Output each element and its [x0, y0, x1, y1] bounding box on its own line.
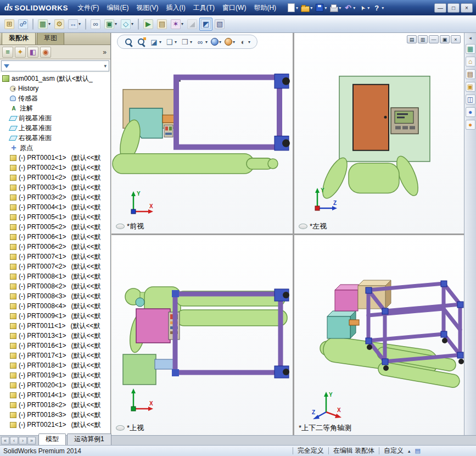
simulation-button[interactable]: ▧ ▾	[213, 18, 226, 31]
tree-item[interactable]: 右视基准面	[0, 133, 110, 143]
tree-item[interactable]: 上视基准面	[0, 123, 110, 133]
help-icon[interactable]: ▾	[371, 2, 385, 14]
doc-close-button[interactable]: ×	[451, 35, 461, 43]
tree-item[interactable]: (-) PRT0008<1> (默认<<默	[0, 271, 110, 281]
tree-item[interactable]: (-) PRT0009<1> (默认<<默	[0, 311, 110, 321]
tab-nav-button[interactable]: «	[1, 437, 9, 444]
select-icon[interactable]: ▾	[357, 2, 371, 14]
menu-item[interactable]: 编辑(E)	[103, 1, 132, 15]
smart-fasteners-button[interactable]: ⚙ ▾	[53, 18, 66, 31]
appearances-icon[interactable]: ●	[466, 107, 475, 117]
display-pane-icon[interactable]: ▦	[466, 44, 475, 54]
tree-item[interactable]: (-) PRT0005<2> (默认<<默	[0, 222, 110, 232]
viewport-top[interactable]: X *上视	[111, 235, 293, 435]
menu-item[interactable]: 插入(I)	[162, 1, 189, 15]
tree-item[interactable]: (-) PRT0007<1> (默认<<默	[0, 252, 110, 262]
exploded-view-button[interactable]: ✶ ▾	[169, 18, 185, 31]
window-minimize-button[interactable]: —	[434, 3, 446, 13]
open-icon[interactable]: ▾	[300, 2, 313, 14]
edit-appearance-button[interactable]: ▾	[210, 37, 222, 47]
insert-component-button[interactable]: ⊞ ▾	[3, 18, 16, 31]
customize-expand-icon[interactable]: ▴	[408, 448, 411, 454]
menu-item[interactable]: 视图(V)	[132, 1, 162, 15]
configurationmanager-tab-icon[interactable]: ◧	[27, 47, 38, 58]
view-orientation-button[interactable]: ❑ ▾	[164, 36, 178, 48]
panel-expand-chevron[interactable]: »	[101, 48, 108, 56]
featuremanager-tab-icon[interactable]: ≡	[2, 47, 13, 58]
tab-assembly[interactable]: 装配体	[2, 33, 36, 45]
doc-minimize-button[interactable]: —	[429, 35, 439, 43]
solidworks-resources-icon[interactable]: ⌂	[466, 57, 475, 66]
tree-item[interactable]: (-) PRT0004<1> (默认<<默	[0, 202, 110, 212]
zoom-to-area-button[interactable]: ▾	[136, 36, 147, 48]
menu-item[interactable]: 工具(T)	[189, 1, 219, 15]
tree-item[interactable]: (-) PRT0019<1> (默认<<默	[0, 370, 110, 380]
doc-restore-button[interactable]: ▣	[440, 35, 450, 43]
viewport-front[interactable]: Y X *前视	[111, 33, 293, 233]
tree-root-assembly[interactable]: asm0001_asm (默认<默认_	[0, 74, 110, 84]
save-icon[interactable]: ▾	[314, 2, 328, 14]
menu-item[interactable]: 窗口(W)	[219, 1, 250, 15]
status-customize[interactable]: 自定义	[384, 446, 404, 455]
task-pane-collapse-icon[interactable]	[466, 35, 475, 41]
tree-item[interactable]: (-) PRT0005<1> (默认<<默	[0, 212, 110, 222]
doc-cascade-button[interactable]: ▤	[407, 35, 417, 43]
move-component-button[interactable]: ↔ ▾	[66, 18, 82, 31]
view-palette-icon[interactable]: ◫	[466, 94, 475, 104]
tree-item[interactable]: (-) PRT0003<2> (默认<<默	[0, 192, 110, 202]
tree-item[interactable]: (-) PRT0018<3> (默认<<默	[0, 410, 110, 420]
tree-item[interactable]: (-) PRT0003<1> (默认<<默	[0, 182, 110, 192]
filter-input[interactable]	[12, 62, 102, 70]
viewport-isometric[interactable]: Y X Z *上下二等角轴测	[294, 235, 464, 435]
tab-sketch[interactable]: 草图	[37, 33, 64, 45]
tree-item[interactable]: (-) PRT0021<1> (默认<<默	[0, 420, 110, 430]
tree-item[interactable]: (-) PRT0018<1> (默认<<默	[0, 360, 110, 370]
zoom-to-fit-button[interactable]: ▾	[123, 36, 135, 48]
tree-item[interactable]: 注解	[0, 103, 110, 113]
tree-item[interactable]: 原点	[0, 143, 110, 153]
window-close-button[interactable]: ×	[461, 3, 473, 13]
tree-item[interactable]: (-) PRT0014<1> (默认<<默	[0, 390, 110, 400]
displaymanager-tab-icon[interactable]: ◉	[40, 47, 51, 58]
tree-item[interactable]: (-) PRT0008<3> (默认<<默	[0, 291, 110, 301]
tree-item[interactable]: (-) PRT0008<4> (默认<<默	[0, 301, 110, 311]
tree-item[interactable]: (-) PRT0006<1> (默认<<默	[0, 232, 110, 242]
tree-item[interactable]: 传感器	[0, 93, 110, 103]
mate-button[interactable]: ☍ ▾	[16, 18, 30, 31]
viewport-splitter-horizontal[interactable]	[111, 233, 464, 235]
tree-item[interactable]: (-) PRT0002<1> (默认<<默	[0, 163, 110, 173]
tab-nav-button[interactable]: ‹	[10, 437, 18, 444]
tree-item[interactable]: (-) PRT0001<1> (默认<<默	[0, 153, 110, 163]
new-motion-study-button[interactable]: ▶ ▾	[142, 18, 155, 31]
tree-item[interactable]: (-) PRT0011<1> (默认<<默	[0, 321, 110, 331]
tree-item[interactable]: (-) PRT0018<2> (默认<<默	[0, 400, 110, 410]
tab-model[interactable]: 模型	[38, 433, 66, 445]
tree-item[interactable]: History	[0, 84, 110, 93]
linear-component-pattern-button[interactable]: ▦ ▾	[36, 18, 52, 31]
menu-item[interactable]: 帮助(H)	[250, 1, 280, 15]
viewport-left[interactable]: Y Z *左视	[294, 33, 464, 233]
tab-nav-button[interactable]: »	[27, 437, 36, 444]
assembly-features-button[interactable]: ▣ ▾	[103, 18, 119, 31]
tree-item[interactable]: (-) PRT0017<1> (默认<<默	[0, 351, 110, 360]
tree-item[interactable]: (-) PRT0013<1> (默认<<默	[0, 331, 110, 341]
section-view-button[interactable]: ◪ ▾	[148, 36, 163, 48]
tree-item[interactable]: (-) PRT0008<2> (默认<<默	[0, 281, 110, 291]
hide-show-items-button[interactable]: ∞ ▾	[194, 36, 209, 48]
tree-item[interactable]: 前视基准面	[0, 113, 110, 123]
show-hidden-components-button[interactable]: ∞ ▾	[89, 18, 102, 31]
undo-icon[interactable]: ▾	[343, 2, 356, 14]
interference-detection-button[interactable]: ◩ ▾	[199, 18, 212, 31]
design-library-icon[interactable]: ▤	[466, 69, 475, 79]
tree-item[interactable]: (-) PRT0020<1> (默认<<默	[0, 380, 110, 390]
tab-nav-button[interactable]: ›	[19, 437, 27, 444]
propertymanager-tab-icon[interactable]: ✦	[15, 47, 26, 58]
reference-geometry-button[interactable]: ◇ ▾	[119, 18, 135, 31]
tree-item[interactable]: (-) PRT0006<2> (默认<<默	[0, 242, 110, 252]
tree-item[interactable]: (-) PRT0007<2> (默认<<默	[0, 262, 110, 271]
view-settings-button[interactable]: ◐ ▾	[237, 36, 251, 48]
print-icon[interactable]: ▾	[328, 2, 342, 14]
instant3d-button[interactable]: ◢ ▾	[186, 18, 199, 31]
apply-scene-button[interactable]: ▾	[223, 37, 236, 47]
file-explorer-icon[interactable]: ▣	[466, 82, 475, 92]
